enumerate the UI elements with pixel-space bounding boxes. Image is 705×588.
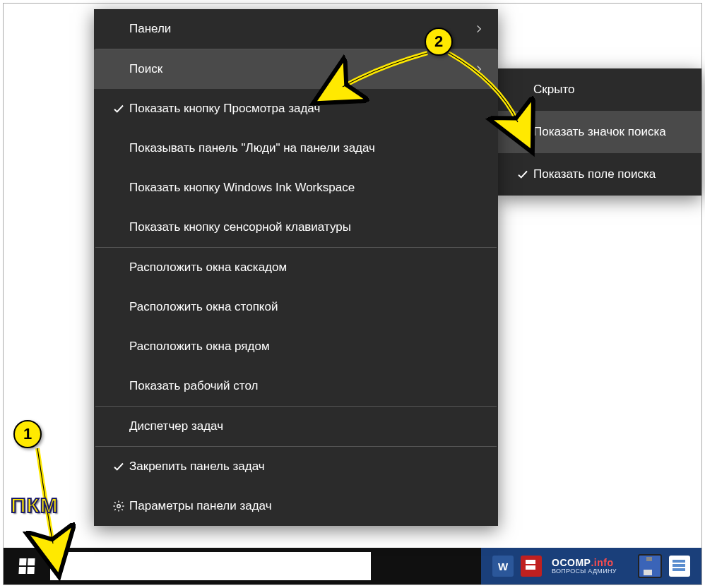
checkmark-icon [108,102,129,115]
menu-item-lock-taskbar[interactable]: Закрепить панель задач [94,447,498,486]
menu-label: Скрыто [533,83,687,97]
menu-item-taskbar-settings[interactable]: Параметры панели задач [94,486,498,526]
start-button[interactable] [4,548,50,584]
menu-label: Диспетчер задач [129,419,484,433]
menu-label: Параметры панели задач [129,499,484,513]
submenu-item-show-icon[interactable]: Показать значок поиска [498,111,701,153]
taskbar-right-area: OCOMP.info ВОПРОСЫ АДМИНУ [481,548,701,584]
menu-item-show-touchkb[interactable]: Показать кнопку сенсорной клавиатуры [94,208,498,247]
floppy-app-icon[interactable] [638,554,662,578]
windows-logo-icon [18,558,35,574]
annotation-pkm-text: ПКМ [11,493,59,517]
menu-label: Показывать панель "Люди" на панели задач [129,141,484,155]
svg-point-0 [117,505,121,508]
menu-item-sidebyside[interactable]: Расположить окна рядом [94,327,498,366]
checkmark-icon [512,168,533,181]
taskbar-search-box[interactable] [50,552,371,580]
menu-item-show-desktop[interactable]: Показать рабочий стол [94,366,498,406]
menu-label: Показать рабочий стол [129,379,484,393]
gear-icon [108,500,129,512]
checkmark-icon [108,460,129,473]
submenu-item-hidden[interactable]: Скрыто [498,68,701,111]
chevron-right-icon [467,24,484,34]
menu-label: Расположить окна рядом [129,340,484,354]
menu-label: Показать значок поиска [533,125,687,139]
menu-item-show-taskview[interactable]: Показать кнопку Просмотра задач [94,89,498,128]
menu-item-cascade[interactable]: Расположить окна каскадом [94,248,498,287]
callout-number: 2 [434,32,443,51]
taskbar: OCOMP.info ВОПРОСЫ АДМИНУ [4,548,701,584]
doc-app-icon[interactable] [669,556,690,577]
callout-number: 1 [23,425,32,443]
menu-label: Показать кнопку Windows Ink Workspace [129,181,484,195]
menu-label: Показать поле поиска [533,167,687,181]
menu-label: Расположить окна стопкой [129,300,484,314]
menu-item-stacked[interactable]: Расположить окна стопкой [94,287,498,327]
menu-item-show-ink[interactable]: Показать кнопку Windows Ink Workspace [94,168,498,208]
menu-label: Панели [129,22,467,36]
watermark-line1-b: .info [591,557,613,568]
chevron-right-icon [467,64,484,74]
menu-label: Показать кнопку сенсорной клавиатуры [129,220,484,234]
menu-item-show-people[interactable]: Показывать панель "Люди" на панели задач [94,128,498,168]
annotation-callout-1: 1 [13,420,42,448]
screenshot-frame: OCOMP.info ВОПРОСЫ АДМИНУ Панели Поиск [3,3,702,585]
word-app-icon[interactable] [492,556,514,577]
menu-label: Показать кнопку Просмотра задач [129,102,484,116]
menu-label: Поиск [129,62,467,76]
app-icon-red[interactable] [521,556,542,577]
watermark-line2: ВОПРОСЫ АДМИНУ [552,568,617,575]
menu-item-task-manager[interactable]: Диспетчер задач [94,407,498,446]
menu-label: Закрепить панель задач [129,460,484,474]
watermark-logo: OCOMP.info ВОПРОСЫ АДМИНУ [552,558,617,575]
annotation-callout-2: 2 [425,28,453,56]
submenu-item-show-box[interactable]: Показать поле поиска [498,153,701,196]
search-submenu: Скрыто Показать значок поиска Показать п… [498,68,701,196]
menu-label: Расположить окна каскадом [129,260,484,275]
taskbar-context-menu: Панели Поиск Показать кнопку Просмотра з… [94,9,498,526]
watermark-line1-a: OCOMP [552,557,591,568]
